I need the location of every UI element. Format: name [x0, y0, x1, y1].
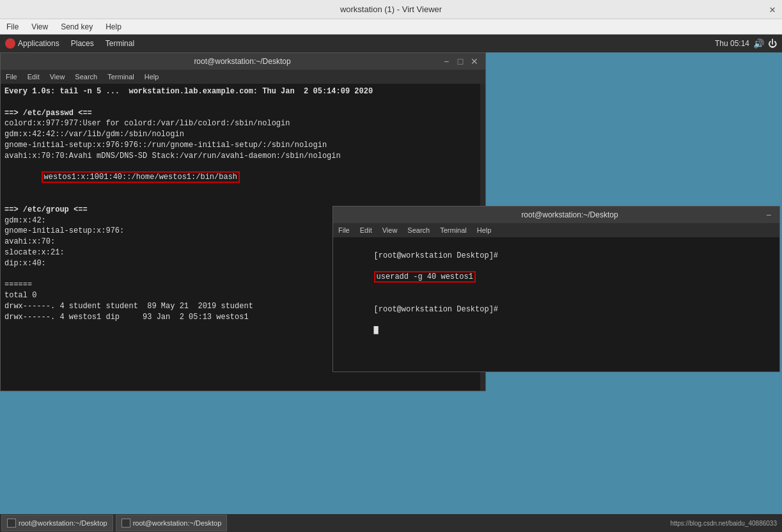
- terminal1-line1: Every 1.0s: tail -n 5 ... workstation.la…: [4, 86, 481, 97]
- virt-viewer-menu-bar: File View Send key Help: [0, 19, 782, 35]
- taskbar-icon-2: [121, 519, 130, 528]
- terminal1-menu-view[interactable]: View: [45, 70, 70, 84]
- terminal1-passwd-header: ==> /etc/passwd <==: [4, 108, 481, 119]
- gnome-panel: Applications Places Terminal Thu 05:14 🔊…: [0, 35, 782, 52]
- terminal2-content[interactable]: [root@workstation Desktop]# useradd -g 4…: [333, 237, 779, 372]
- terminal2-menu-view[interactable]: View: [377, 223, 403, 237]
- desktop: root@workstation:~/Desktop − □ ✕ File Ed…: [0, 52, 782, 514]
- taskbar-label-2: root@workstation:~/Desktop: [133, 519, 222, 527]
- terminal2-menu-file[interactable]: File: [333, 223, 355, 237]
- terminal1-menu-edit[interactable]: Edit: [22, 70, 45, 84]
- terminal1-passwd2: gdm:x:42:42::/var/lib/gdm:/sbin/nologin: [4, 129, 481, 140]
- volume-icon[interactable]: 🔊: [753, 38, 764, 49]
- terminal2-title: root@workstation:~/Desktop: [377, 210, 763, 219]
- terminal1-minimize[interactable]: −: [441, 56, 452, 67]
- gnome-clock: Thu 05:14: [715, 39, 749, 48]
- window-close-button[interactable]: ✕: [763, 0, 782, 19]
- terminal1-restore[interactable]: □: [455, 56, 466, 67]
- terminal1-passwd4: avahi:x:70:70:Avahi mDNS/DNS-SD Stack:/v…: [4, 151, 481, 162]
- taskbar-item-1[interactable]: root@workstation:~/Desktop: [1, 515, 113, 531]
- virt-viewer-title-bar: workstation (1) - Virt Viewer ✕: [0, 0, 782, 19]
- terminal1-passwd5: westos1:x:1001:40::/home/westos1:/bin/ba…: [4, 162, 481, 194]
- gnome-apps-icon: [5, 38, 15, 49]
- terminal2-line1: [root@workstation Desktop]# useradd -g 4…: [337, 240, 776, 293]
- terminal2-line2: [root@workstation Desktop]# █: [337, 293, 776, 347]
- power-icon[interactable]: ⏻: [768, 38, 777, 49]
- terminal2-prompt2: [root@workstation Desktop]#: [374, 305, 498, 314]
- terminal1-blank2: [4, 194, 481, 205]
- terminal1-passwd1: colord:x:977:977:User for colord:/var/li…: [4, 118, 481, 129]
- gnome-places-menu[interactable]: Places: [66, 35, 99, 52]
- terminal2-cursor: █: [374, 326, 379, 335]
- gnome-panel-left: Applications Places Terminal: [0, 35, 139, 52]
- terminal1-passwd5-highlight: westos1:x:1001:40::/home/westos1:/bin/ba…: [42, 171, 240, 183]
- terminal1-menu-help[interactable]: Help: [139, 70, 164, 84]
- terminal1-menu-terminal[interactable]: Terminal: [102, 70, 139, 84]
- window-title: workstation (1) - Virt Viewer: [19, 4, 763, 14]
- terminal2-cmd1-highlight: useradd -g 40 westos1: [374, 271, 476, 283]
- terminal2-menu: File Edit View Search Terminal Help: [333, 223, 779, 237]
- menu-file[interactable]: File: [0, 19, 25, 34]
- terminal2-menu-search[interactable]: Search: [402, 223, 435, 237]
- terminal1-menu-search[interactable]: Search: [70, 70, 102, 84]
- taskbar-icon-1: [7, 519, 16, 528]
- menu-help[interactable]: Help: [99, 19, 128, 34]
- terminal2-title-bar: root@workstation:~/Desktop −: [333, 207, 779, 223]
- taskbar: root@workstation:~/Desktop root@workstat…: [0, 514, 782, 532]
- terminal2-menu-edit[interactable]: Edit: [355, 223, 377, 237]
- terminal1-blank1: [4, 97, 481, 108]
- gnome-terminal-menu[interactable]: Terminal: [100, 35, 139, 52]
- gnome-panel-right: Thu 05:14 🔊 ⏻: [715, 38, 782, 49]
- terminal2-menu-terminal[interactable]: Terminal: [435, 223, 472, 237]
- terminal1-title: root@workstation:~/Desktop: [44, 57, 441, 66]
- terminal2-cmd1-space: [374, 262, 379, 271]
- gnome-apps-menu[interactable]: Applications: [0, 35, 65, 52]
- gnome-apps-label: Applications: [18, 39, 59, 48]
- taskbar-watermark: https://blog.csdn.net/baidu_40886033: [670, 520, 782, 527]
- terminal2-buttons: −: [763, 209, 774, 221]
- terminal2-cursor-space: [374, 316, 379, 325]
- terminal1-passwd3: gnome-initial-setup:x:976:976::/run/gnom…: [4, 140, 481, 151]
- terminal1-menu: File Edit View Search Terminal Help: [1, 70, 485, 84]
- terminal2-prompt1: [root@workstation Desktop]#: [374, 251, 498, 260]
- terminal2-menu-help[interactable]: Help: [472, 223, 497, 237]
- menu-sendkey[interactable]: Send key: [54, 19, 99, 34]
- terminal1-title-bar: root@workstation:~/Desktop − □ ✕: [1, 53, 485, 70]
- terminal-window-2: root@workstation:~/Desktop − File Edit V…: [332, 206, 780, 372]
- terminal2-minimize[interactable]: −: [763, 209, 774, 221]
- taskbar-item-2[interactable]: root@workstation:~/Desktop: [116, 515, 228, 531]
- taskbar-label-1: root@workstation:~/Desktop: [19, 519, 107, 527]
- terminal1-close[interactable]: ✕: [469, 56, 480, 67]
- terminal1-menu-file[interactable]: File: [1, 70, 22, 84]
- terminal1-buttons: − □ ✕: [441, 56, 480, 67]
- menu-view[interactable]: View: [25, 19, 54, 34]
